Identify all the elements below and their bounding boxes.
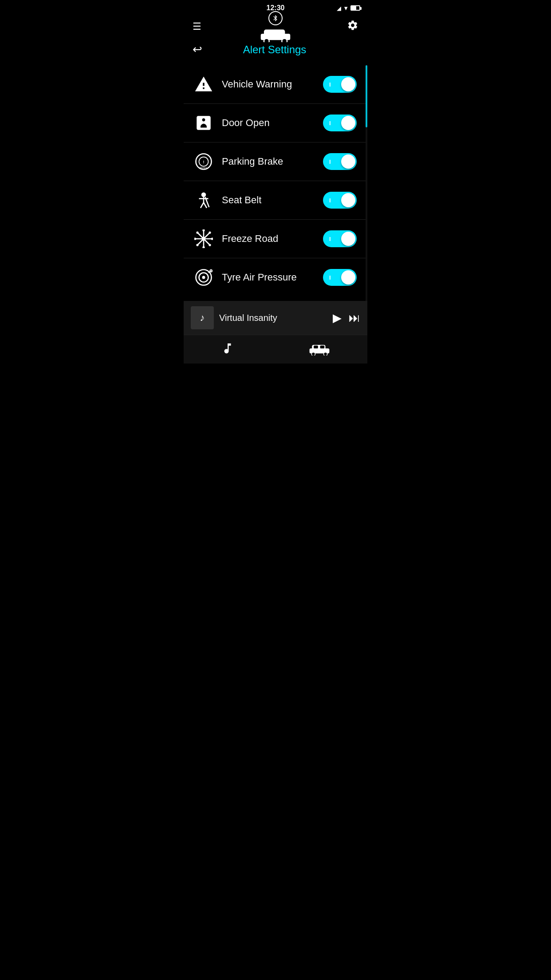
svg-line-11 bbox=[201, 202, 204, 208]
toggle-label-6: I bbox=[329, 274, 331, 281]
freeze-road-icon bbox=[193, 228, 215, 250]
svg-point-36 bbox=[324, 352, 327, 356]
page-header: ↩ Alert Settings bbox=[184, 37, 367, 65]
freeze-road-toggle[interactable]: I bbox=[323, 230, 357, 247]
menu-icon[interactable]: ☰ bbox=[193, 21, 201, 32]
svg-point-19 bbox=[202, 246, 205, 248]
music-bar: ♪ Virtual Insanity ▶ ⏭ bbox=[184, 301, 367, 335]
svg-point-20 bbox=[194, 237, 196, 240]
tyre-pressure-toggle[interactable]: I bbox=[323, 269, 357, 286]
parking-brake-label: Parking Brake bbox=[222, 156, 323, 167]
status-icons: ◢ ▼ bbox=[337, 5, 360, 12]
settings-icon[interactable] bbox=[347, 20, 358, 34]
door-open-icon bbox=[193, 112, 215, 134]
door-open-toggle[interactable]: I bbox=[323, 115, 357, 131]
page-title: Alert Settings bbox=[207, 43, 342, 56]
tab-bar bbox=[184, 335, 367, 364]
alert-item-vehicle-warning: Vehicle Warning I bbox=[184, 65, 366, 104]
skip-button[interactable]: ⏭ bbox=[349, 311, 360, 325]
door-open-label: Door Open bbox=[222, 117, 323, 129]
seat-belt-icon bbox=[193, 189, 215, 211]
svg-line-12 bbox=[204, 202, 207, 208]
back-button[interactable]: ↩ bbox=[193, 43, 202, 56]
svg-point-26 bbox=[202, 237, 206, 241]
toggle-label-1: I bbox=[329, 81, 331, 88]
scrollbar-thumb[interactable] bbox=[366, 65, 367, 127]
scrollbar-track bbox=[366, 65, 367, 301]
battery-icon bbox=[350, 5, 360, 11]
svg-point-22 bbox=[196, 231, 198, 233]
content-wrapper: Vehicle Warning I Door Open I bbox=[184, 65, 367, 301]
seat-belt-toggle[interactable]: I bbox=[323, 192, 357, 209]
svg-point-8 bbox=[201, 193, 206, 198]
parking-brake-toggle[interactable]: I bbox=[323, 153, 357, 170]
music-note-icon: ♪ bbox=[200, 312, 205, 324]
freeze-road-label: Freeze Road bbox=[222, 233, 323, 245]
svg-point-25 bbox=[196, 244, 198, 246]
alert-item-parking-brake: ! BRAKE Parking Brake I bbox=[184, 142, 366, 181]
alert-item-tyre-pressure: Tyre Air Pressure I bbox=[184, 258, 366, 296]
svg-rect-37 bbox=[314, 346, 318, 348]
vehicle-warning-label: Vehicle Warning bbox=[222, 79, 323, 90]
music-controls: ▶ ⏭ bbox=[333, 311, 360, 325]
svg-point-24 bbox=[209, 231, 211, 233]
svg-point-29 bbox=[202, 276, 205, 279]
toggle-label-2: I bbox=[329, 120, 331, 126]
top-nav: ☰ bbox=[184, 16, 367, 37]
alert-item-door-open: Door Open I bbox=[184, 104, 366, 142]
signal-icon: ◢ bbox=[337, 5, 341, 12]
svg-text:BRAKE: BRAKE bbox=[200, 166, 208, 169]
svg-point-18 bbox=[202, 229, 205, 231]
vehicle-warning-icon bbox=[193, 73, 215, 95]
toggle-knob-4 bbox=[341, 193, 355, 207]
wifi-icon: ▼ bbox=[343, 5, 349, 12]
toggle-knob-3 bbox=[341, 154, 355, 169]
svg-point-35 bbox=[311, 352, 315, 356]
music-album-art: ♪ bbox=[191, 306, 214, 329]
bluetooth-icon bbox=[268, 11, 283, 25]
svg-rect-1 bbox=[264, 30, 285, 36]
alert-item-seat-belt: Seat Belt I bbox=[184, 181, 366, 220]
toggle-label-4: I bbox=[329, 197, 331, 204]
alert-item-freeze-road: Freeze Road I bbox=[184, 220, 366, 258]
toggle-knob-1 bbox=[341, 77, 355, 91]
svg-text:!: ! bbox=[203, 160, 205, 164]
svg-rect-38 bbox=[320, 346, 325, 348]
toggle-label-5: I bbox=[329, 236, 331, 242]
svg-point-23 bbox=[209, 244, 211, 246]
tyre-pressure-label: Tyre Air Pressure bbox=[222, 272, 323, 283]
svg-point-21 bbox=[211, 237, 213, 240]
seat-belt-label: Seat Belt bbox=[222, 194, 323, 206]
tab-car[interactable] bbox=[309, 341, 330, 356]
alert-list: Vehicle Warning I Door Open I bbox=[184, 65, 366, 301]
vehicle-warning-toggle[interactable]: I bbox=[323, 76, 357, 93]
toggle-label-3: I bbox=[329, 158, 331, 165]
play-button[interactable]: ▶ bbox=[333, 311, 342, 325]
toggle-knob-6 bbox=[341, 270, 355, 285]
parking-brake-icon: ! BRAKE bbox=[193, 150, 215, 173]
tab-music[interactable] bbox=[221, 341, 234, 356]
toggle-knob-5 bbox=[341, 232, 355, 246]
toggle-knob-2 bbox=[341, 116, 355, 130]
music-song-title: Virtual Insanity bbox=[219, 313, 327, 323]
tyre-pressure-icon bbox=[193, 266, 215, 288]
